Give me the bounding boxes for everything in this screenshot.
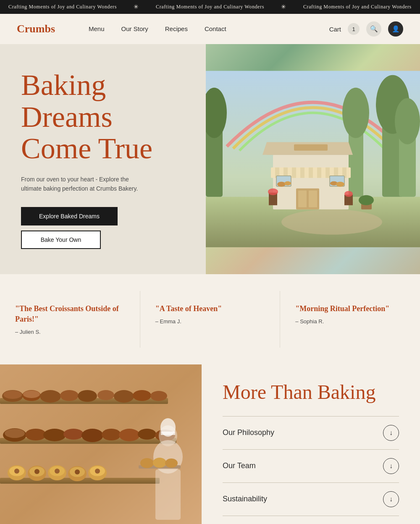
accordion-sustainability-label: Sustainability [223,495,267,503]
nav-menu[interactable]: Menu [89,25,105,32]
svg-point-48 [60,390,79,401]
accordion-team: Our Team ↓ [223,449,399,482]
bake-button[interactable]: Bake Your Own [21,231,101,249]
accordion-sustainability: Sustainability ↓ [223,482,399,516]
testimonial-2: "A Taste of Heaven" – Emma J. [140,291,281,348]
svg-point-80 [95,469,100,474]
testimonial-2-author: – Emma J. [155,318,265,325]
svg-point-58 [43,429,66,441]
svg-point-68 [14,469,19,474]
chevron-down-icon: ↓ [389,429,393,437]
accordion-philosophy-label: Our Philosophy [223,428,274,437]
testimonial-3-author: – Sophia R. [295,318,405,325]
svg-point-30 [284,181,291,186]
svg-rect-25 [298,191,307,207]
nav-recipes[interactable]: Recipes [165,25,188,32]
navbar: Crumbs Menu Our Story Recipes Contact Ca… [0,14,420,44]
testimonial-1-author: – Julien S. [15,329,125,335]
hero-right [206,44,420,274]
banner-text-3: Crafting Moments of Joy and Culinary Won… [303,4,412,10]
svg-point-49 [78,390,97,402]
user-icon: 👤 [392,25,400,33]
explore-button[interactable]: Explore Baked Dreams [21,207,118,225]
svg-point-63 [138,429,156,440]
svg-point-44 [3,390,22,399]
cart-badge[interactable]: 1 [348,23,360,35]
banner-separator-1: ✳ [134,3,139,10]
user-button[interactable]: 👤 [388,21,403,37]
svg-point-74 [55,469,60,474]
svg-point-2 [281,210,382,235]
svg-point-29 [277,182,286,187]
svg-rect-26 [309,191,317,207]
hero-subtitle: From our oven to your heart - Explore th… [21,175,147,194]
search-icon: 🔍 [370,25,378,33]
hero-left: Baking Dreams Come True From our oven to… [0,44,206,274]
svg-point-87 [140,458,154,468]
bakery-interior-image [0,364,202,524]
svg-point-61 [102,429,121,440]
more-than-baking-title: More Than Baking [223,381,399,403]
banner-separator-2: ✳ [281,3,286,10]
svg-rect-17 [292,168,296,178]
accordion-philosophy-btn[interactable]: ↓ [383,425,399,441]
accordion-sustainability-btn[interactable]: ↓ [383,491,399,507]
chevron-down-icon: ↓ [389,462,393,470]
svg-rect-21 [326,168,330,178]
top-banner: Crafting Moments of Joy and Culinary Won… [0,0,420,14]
nav-contact[interactable]: Contact [205,25,226,32]
svg-point-56 [5,429,25,438]
svg-point-38 [359,195,374,205]
svg-point-36 [344,191,353,197]
svg-point-57 [25,429,46,440]
hero-title-line1: Baking [21,69,106,101]
nav-our-story[interactable]: Our Story [121,25,148,32]
svg-point-53 [150,391,167,401]
svg-point-34 [268,189,278,195]
accordion-team-label: Our Team [223,461,256,470]
chevron-down-icon: ↓ [389,495,393,503]
banner-text-1: Crafting Moments of Joy and Culinary Won… [8,4,117,10]
nav-right: Cart 1 🔍 👤 [329,21,403,37]
svg-point-46 [23,390,40,398]
svg-point-62 [119,429,140,441]
svg-point-52 [133,390,151,401]
svg-point-47 [40,390,61,403]
hero-title: Baking Dreams Come True [21,69,185,165]
testimonial-1-quote: "The Best Croissants Outside of Paris!" [15,304,125,325]
svg-rect-83 [155,469,181,520]
accordion-community: Community ↓ [223,516,399,524]
logo[interactable]: Crumbs [17,23,55,35]
hero-bakery-svg [206,44,420,274]
svg-point-10 [342,88,369,138]
testimonial-1: "The Best Croissants Outside of Paris!" … [0,291,140,348]
svg-rect-39 [294,144,328,151]
svg-point-32 [336,182,344,187]
svg-point-89 [165,458,178,468]
svg-point-71 [34,469,39,474]
testimonial-3: "Morning Ritual Perfection" – Sophia R. [280,291,420,348]
svg-point-77 [75,469,80,474]
svg-point-51 [114,390,134,403]
search-button[interactable]: 🔍 [366,21,381,37]
accordion-team-btn[interactable]: ↓ [383,458,399,474]
svg-point-59 [63,429,84,440]
svg-rect-20 [317,168,321,178]
more-section: More Than Baking Our Philosophy ↓ Our Te… [0,364,420,524]
hero-image [206,44,420,274]
svg-point-60 [81,429,103,442]
svg-rect-18 [300,168,304,178]
svg-point-50 [97,390,114,400]
more-right: More Than Baking Our Philosophy ↓ Our Te… [202,364,420,524]
testimonial-3-quote: "Morning Ritual Perfection" [295,304,405,314]
bakery-interior-svg [0,364,202,524]
accordion-philosophy: Our Philosophy ↓ [223,416,399,449]
svg-point-88 [153,458,166,468]
svg-rect-19 [309,168,313,178]
svg-rect-85 [161,432,175,435]
cart-label: Cart [329,26,341,33]
svg-point-8 [395,98,420,144]
more-left-image [0,364,202,524]
hero-title-line3: Come True [21,132,152,165]
testimonials-section: "The Best Croissants Outside of Paris!" … [0,274,420,364]
